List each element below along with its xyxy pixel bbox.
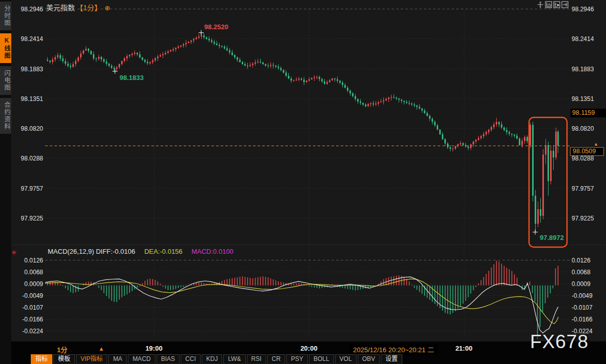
period-dropdown-arrow-icon[interactable]: ▲ [99, 346, 104, 352]
chart-canvas[interactable] [0, 0, 606, 364]
indicator-tab-BIAS[interactable]: BIAS [157, 354, 180, 364]
indicator-tab-PSY[interactable]: PSY [286, 354, 308, 364]
macd-indicator-icon[interactable]: ✳ [11, 249, 16, 256]
indicator-tab-bar: 指标模板VIP指标MAMACDBIASCCIKDJLW&RSICRPSYBOLL… [31, 354, 402, 364]
last-price-label: 98.0509 [570, 147, 604, 156]
chart-title: 美元指数【1分】⊕ [46, 2, 110, 12]
indicator-tab-OBV[interactable]: OBV [358, 354, 380, 364]
indicator-tab-指标[interactable]: 指标 [31, 354, 52, 364]
jump-to-latest-icon[interactable] [561, 1, 569, 8]
indicator-tab-KDJ[interactable]: KDJ [202, 354, 223, 364]
sidebar-tab-K线图[interactable]: K线图 [0, 33, 11, 63]
sidebar-tab-闪电图[interactable]: 闪电图 [0, 66, 11, 95]
macd-diff-value: MACD(26,12,9) DIFF:-0.0106 [48, 248, 135, 255]
sidebar-tab-合约资料[interactable]: 合约资料 [0, 98, 11, 134]
indicator-tab-VIP指标[interactable]: VIP指标 [76, 354, 107, 364]
indicator-tab-设置[interactable]: 设置 [381, 354, 402, 364]
range-high-label: 98.1159 [571, 109, 606, 117]
period-tag: 【1分】 [76, 4, 102, 12]
watermark: FX678 [530, 331, 589, 353]
indicator-tab-模板[interactable]: 模板 [53, 354, 75, 364]
crosshair-move-icon[interactable] [537, 1, 544, 8]
symbol-title: 美元指数 [46, 4, 75, 12]
expand-icon[interactable]: ⊕ [105, 4, 110, 12]
indicator-tab-MACD[interactable]: MACD [128, 354, 155, 364]
macd-header: MACD(26,12,9) DIFF:-0.0106 DEA:-0.0156 M… [48, 248, 233, 255]
chart-left-axis-icon[interactable] [545, 1, 552, 8]
indicator-tab-BOLL[interactable]: BOLL [309, 354, 334, 364]
macd-macd-value: MACD:0.0100 [191, 248, 233, 255]
left-tab-rail: 分时图K线图闪电图合约资料 [0, 0, 11, 364]
time-range-info: 2025/12/16 20:20~20:21 二 [349, 344, 438, 355]
chart-autoplay-icon[interactable] [553, 1, 560, 8]
chart-toolbar [537, 1, 569, 8]
indicator-tab-CCI[interactable]: CCI [181, 354, 201, 364]
trading-app-window: 分时图K线图闪电图合约资料 美元指数【1分】⊕ 98.294698.241498… [0, 0, 606, 364]
indicator-tab-CR[interactable]: CR [267, 354, 285, 364]
macd-dea-value: DEA:-0.0156 [144, 248, 182, 255]
indicator-tab-LW&[interactable]: LW& [223, 354, 245, 364]
indicator-tab-MA[interactable]: MA [108, 354, 127, 364]
last-price-arrow-icon: ▲ [594, 141, 598, 147]
indicator-tab-VOL[interactable]: VOL [335, 354, 357, 364]
period-selector[interactable]: 1分 [57, 345, 67, 354]
period-label: 1分 [57, 346, 67, 354]
indicator-tab-RSI[interactable]: RSI [247, 354, 266, 364]
sidebar-tab-分时图[interactable]: 分时图 [0, 2, 11, 30]
